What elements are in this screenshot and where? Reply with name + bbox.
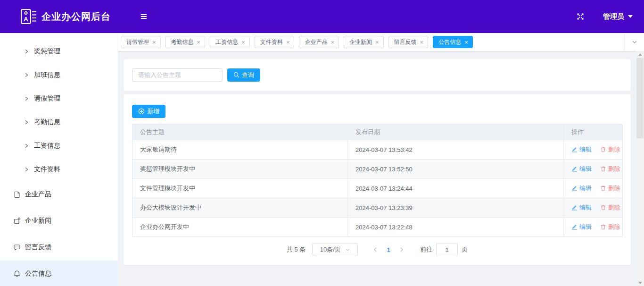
page-size-value: 10条/页 — [320, 245, 341, 254]
edit-button[interactable]: 编辑 — [571, 145, 592, 154]
close-icon[interactable]: × — [464, 39, 468, 45]
edit-label: 编辑 — [579, 184, 592, 193]
edit-button[interactable]: 编辑 — [571, 165, 592, 173]
query-button[interactable]: 查询 — [227, 68, 260, 82]
logo: A 企业办公网后台 — [20, 8, 111, 25]
sidebar-item-overtime-info[interactable]: 加班信息 — [0, 63, 118, 87]
delete-label: 删除 — [608, 145, 620, 154]
sidebar-item-file-data[interactable]: 文件资料 — [0, 158, 118, 181]
delete-label: 删除 — [608, 165, 620, 173]
search-card: 查询 — [124, 59, 631, 91]
tab-attendance-info[interactable]: 考勤信息× — [165, 36, 206, 48]
tab-salary-info[interactable]: 工资信息× — [210, 36, 250, 48]
chevron-down-icon — [631, 39, 638, 45]
goto-page-input[interactable] — [436, 243, 458, 256]
page-size-select[interactable]: 10条/页 — [312, 243, 358, 256]
close-icon[interactable]: × — [197, 39, 201, 45]
sidebar-item-label: 考勤信息 — [34, 118, 60, 126]
close-icon[interactable]: × — [152, 39, 156, 45]
cell-subject: 企业办公网开发中 — [132, 218, 348, 237]
trash-icon — [600, 146, 606, 152]
sidebar-item-label: 奖惩管理 — [34, 47, 60, 56]
tab-label: 留言反馈 — [394, 38, 417, 46]
vertical-scrollbar[interactable] — [636, 51, 644, 286]
scrollbar-thumb[interactable] — [636, 58, 644, 138]
tab-label: 企业新闻 — [349, 38, 372, 46]
tab-message-feedback[interactable]: 留言反馈× — [388, 36, 429, 48]
close-icon[interactable]: × — [286, 39, 290, 45]
sidebar: 奖惩管理 加班信息 请假管理 考勤信息 工资信息 文件资料 企业产品 企业新闻 — [0, 33, 118, 286]
app-header: A 企业办公网后台 管理员 — [0, 0, 644, 33]
cell-actions: 编辑 删除 — [564, 160, 623, 179]
table-row: 企业办公网开发中 2024-03-07 13:22:48 编辑 删除 — [132, 218, 623, 237]
edit-button[interactable]: 编辑 — [571, 184, 592, 193]
close-icon[interactable]: × — [420, 39, 424, 45]
svg-text:A: A — [24, 16, 28, 23]
cell-actions: 编辑 删除 — [564, 218, 623, 237]
sidebar-item-leave-management[interactable]: 请假管理 — [0, 87, 118, 110]
table-header-row: 公告主题 发布日期 操作 — [132, 124, 623, 140]
main-content: 查询 新增 公告主题 发布日期 操作 大家敬请期待 — [118, 51, 636, 286]
tab-file-data[interactable]: 文件资料× — [255, 36, 295, 48]
sidebar-item-label: 公告信息 — [25, 269, 51, 278]
tab-label: 工资信息 — [215, 38, 238, 46]
search-icon — [233, 72, 239, 78]
cell-subject: 奖惩管理模块开发中 — [132, 160, 348, 179]
sidebar-item-label: 留言反馈 — [25, 243, 51, 252]
chevron-right-icon — [399, 247, 405, 252]
edit-button[interactable]: 编辑 — [571, 203, 592, 212]
close-icon[interactable]: × — [330, 39, 334, 45]
caret-down-icon — [628, 15, 633, 18]
tab-bar: 请假管理× 考勤信息× 工资信息× 文件资料× 企业产品× 企业新闻× 留言反馈… — [118, 33, 644, 51]
sidebar-item-salary-info[interactable]: 工资信息 — [0, 134, 118, 158]
sidebar-item-company-product[interactable]: 企业产品 — [0, 181, 118, 208]
sidebar-item-company-news[interactable]: 企业新闻 — [0, 208, 118, 234]
goto-label: 前往 — [420, 245, 432, 254]
add-button[interactable]: 新增 — [132, 105, 165, 118]
delete-button[interactable]: 删除 — [600, 203, 620, 212]
edit-icon — [571, 224, 578, 230]
table-row: 奖惩管理模块开发中 2024-03-07 13:52:50 编辑 删除 — [132, 160, 623, 179]
tab-label: 公告信息 — [438, 38, 461, 46]
scroll-down-arrow[interactable] — [636, 279, 644, 286]
page-number[interactable]: 1 — [382, 246, 395, 253]
tab-leave-management[interactable]: 请假管理× — [121, 36, 161, 48]
query-button-label: 查询 — [242, 71, 254, 79]
user-menu[interactable]: 管理员 — [603, 12, 633, 21]
tab-company-product[interactable]: 企业产品× — [299, 36, 339, 48]
tab-label: 请假管理 — [126, 38, 149, 46]
sidebar-item-label: 工资信息 — [34, 142, 60, 150]
trash-icon — [600, 224, 606, 230]
edit-label: 编辑 — [579, 145, 592, 154]
table-row: 办公大模块设计开发中 2024-03-07 13:23:39 编辑 删除 — [132, 198, 623, 218]
delete-button[interactable]: 删除 — [600, 184, 620, 193]
close-icon[interactable]: × — [375, 39, 379, 45]
chevron-left-icon — [372, 247, 378, 252]
sidebar-collapse-icon[interactable] — [140, 13, 148, 20]
prev-page-button[interactable] — [368, 247, 382, 252]
delete-button[interactable]: 删除 — [600, 223, 620, 231]
sidebar-item-reward-punishment[interactable]: 奖惩管理 — [0, 40, 118, 63]
delete-button[interactable]: 删除 — [600, 145, 620, 154]
announcement-subject-input[interactable] — [132, 68, 223, 82]
tab-list-dropdown[interactable] — [624, 33, 644, 51]
header-actions: 管理员 — [577, 12, 633, 21]
edit-label: 编辑 — [579, 223, 592, 231]
next-page-button[interactable] — [395, 247, 409, 252]
tab-company-news[interactable]: 企业新闻× — [344, 36, 384, 48]
table-card: 新增 公告主题 发布日期 操作 大家敬请期待 2024-03-07 13:53:… — [124, 94, 631, 265]
sidebar-item-attendance-info[interactable]: 考勤信息 — [0, 110, 118, 134]
scroll-up-arrow[interactable] — [636, 51, 644, 58]
close-icon[interactable]: × — [241, 39, 245, 45]
edit-button[interactable]: 编辑 — [571, 223, 592, 231]
cell-actions: 编辑 删除 — [564, 140, 623, 160]
delete-button[interactable]: 删除 — [600, 165, 620, 173]
sidebar-item-message-feedback[interactable]: 留言反馈 — [0, 234, 118, 261]
edit-icon — [571, 166, 578, 172]
fullscreen-icon[interactable] — [577, 13, 584, 20]
sidebar-item-announcement-info[interactable]: 公告信息 — [0, 261, 118, 286]
column-header-date: 发布日期 — [348, 124, 564, 140]
column-header-subject: 公告主题 — [132, 124, 348, 140]
tab-announcement-info[interactable]: 公告信息× — [433, 36, 473, 48]
bell-icon — [13, 270, 21, 278]
